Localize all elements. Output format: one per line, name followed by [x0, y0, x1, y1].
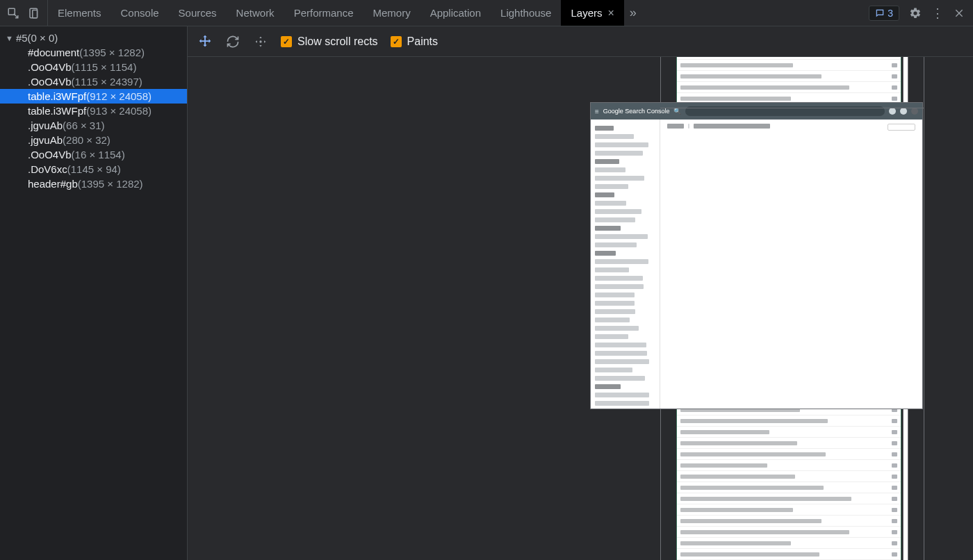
sidebar-line	[595, 259, 648, 264]
kebab-icon[interactable]: ⋮	[931, 6, 944, 21]
paints-label: Paints	[407, 35, 438, 48]
tabbar-tabs: Elements Console Sources Network Perform…	[48, 0, 860, 26]
avatar	[911, 108, 918, 115]
tree-row-dims: (1115 × 1154)	[72, 61, 137, 73]
svg-point-3	[259, 40, 261, 42]
svg-rect-2	[33, 10, 38, 17]
tree-root[interactable]: ▼ #5(0 × 0)	[0, 31, 187, 45]
rotate-icon[interactable]	[225, 34, 240, 49]
sidebar-line	[595, 217, 635, 222]
sidebar-line	[595, 201, 626, 206]
layer-rect-outer	[660, 81, 924, 108]
slow-scroll-checkbox[interactable]: ✓ Slow scroll rects	[281, 35, 378, 48]
tree-row-label: table.i3WFpf	[28, 105, 86, 117]
sidebar-line	[595, 318, 630, 322]
sidebar-line	[595, 234, 648, 239]
reset-view-icon[interactable]	[253, 34, 268, 49]
sidebar-line	[595, 267, 629, 272]
sidebar-line	[595, 401, 649, 406]
tabbar-leading	[0, 0, 48, 26]
preview-sidebar	[591, 120, 660, 409]
tab-console[interactable]: Console	[111, 0, 169, 26]
sidebar-line	[595, 384, 621, 389]
tree-row[interactable]: header#gb(1395 × 1282)	[0, 176, 187, 191]
tree-row-dims: (1395 × 1282)	[78, 178, 143, 190]
tree-row[interactable]: .OoO4Vb(1115 × 1154)	[0, 60, 187, 74]
devtools-tabbar: Elements Console Sources Network Perform…	[0, 0, 973, 26]
tab-application[interactable]: Application	[420, 0, 491, 26]
tree-row-dims: (66 × 31)	[63, 120, 104, 131]
paints-checkbox[interactable]: ✓ Paints	[391, 35, 438, 48]
preview-main	[660, 120, 922, 409]
tree-row-label: .OoO4Vb	[28, 149, 72, 160]
tree-row-label: .OoO4Vb	[28, 61, 72, 73]
tree-row[interactable]: #document(1395 × 1282)	[0, 45, 187, 60]
sidebar-line	[595, 242, 637, 247]
tree-root-dims: (0 × 0)	[28, 32, 58, 44]
tree-row[interactable]: table.i3WFpf(913 × 24058)	[0, 104, 187, 118]
menu-icon: ≡	[595, 108, 599, 115]
tree-row[interactable]: .jgvuAb(66 × 31)	[0, 118, 187, 133]
checkbox-checked-icon: ✓	[391, 36, 402, 47]
preview-body	[591, 120, 922, 409]
sidebar-line	[595, 134, 634, 139]
disclosure-triangle-icon[interactable]: ▼	[6, 34, 13, 42]
tree-row[interactable]: table.i3WFpf(912 × 24058)	[0, 89, 187, 104]
sidebar-line	[595, 343, 646, 347]
device-toggle-icon[interactable]	[28, 7, 40, 19]
issues-badge[interactable]: 3	[869, 6, 899, 21]
tree-row-label: table.i3WFpf	[28, 90, 86, 102]
tree-root-label: #5	[16, 32, 28, 44]
sidebar-line	[595, 376, 645, 381]
tab-sources[interactable]: Sources	[169, 0, 227, 26]
gear-icon[interactable]	[909, 7, 922, 19]
sidebar-line	[595, 184, 628, 189]
layer-rect-header[interactable]: ≡ Google Search Console 🔍	[591, 103, 922, 409]
sidebar-line	[595, 284, 644, 289]
tab-memory[interactable]: Memory	[363, 0, 420, 26]
notifications-icon	[900, 108, 907, 115]
tree-row[interactable]: .OoO4Vb(1115 × 24397)	[0, 74, 187, 89]
crumb-a	[667, 124, 684, 129]
sidebar-line	[595, 326, 639, 331]
search-icon: 🔍	[673, 108, 681, 115]
tabs-overflow-icon[interactable]: »	[624, 0, 642, 26]
tree-row-dims: (1395 × 1282)	[79, 47, 145, 58]
inspect-icon[interactable]	[7, 7, 19, 19]
sidebar-line	[595, 393, 649, 397]
sidebar-line	[595, 359, 649, 364]
sidebar-line	[595, 151, 643, 156]
layers-toolbar: ✓ Slow scroll rects ✓ Paints	[188, 26, 973, 57]
sidebar-line	[595, 334, 628, 339]
tree-row[interactable]: .jgvuAb(280 × 32)	[0, 133, 187, 147]
sidebar-line	[595, 209, 641, 214]
tree-row-dims: (16 × 1154)	[72, 149, 125, 160]
tabbar-trailing: 3 ⋮	[860, 0, 973, 26]
close-devtools-icon[interactable]	[954, 8, 965, 19]
tree-row-label: .jgvuAb	[28, 134, 63, 146]
tree-row[interactable]: .OoO4Vb(16 × 1154)	[0, 147, 187, 162]
tab-performance[interactable]: Performance	[284, 0, 363, 26]
pan-icon[interactable]	[197, 34, 213, 49]
sidebar-line	[595, 301, 635, 306]
preview-breadcrumb	[667, 124, 888, 129]
layers-view: ✓ Slow scroll rects ✓ Paints ≡ Google Se…	[188, 26, 973, 560]
sidebar-line	[595, 251, 616, 256]
export-button	[888, 124, 915, 131]
sidebar-line	[595, 176, 644, 181]
layers-canvas[interactable]: ≡ Google Search Console 🔍	[188, 57, 973, 560]
tree-row[interactable]: .DoV6xc(1145 × 94)	[0, 162, 187, 176]
tab-layers[interactable]: Layers ×	[561, 0, 623, 26]
sidebar-line	[595, 276, 643, 281]
close-icon[interactable]: ×	[608, 8, 614, 19]
tab-elements[interactable]: Elements	[48, 0, 111, 26]
tab-network[interactable]: Network	[227, 0, 284, 26]
tree-row-dims: (1115 × 24397)	[72, 76, 142, 88]
tree-row-label: #document	[28, 47, 79, 58]
tab-lighthouse[interactable]: Lighthouse	[491, 0, 561, 26]
sidebar-line	[595, 226, 621, 231]
apps-icon	[889, 108, 896, 115]
tree-row-label: .DoV6xc	[28, 163, 67, 175]
sidebar-line	[595, 293, 635, 297]
layer-tree-panel: ▼ #5(0 × 0) #document(1395 × 1282).OoO4V…	[0, 26, 188, 560]
